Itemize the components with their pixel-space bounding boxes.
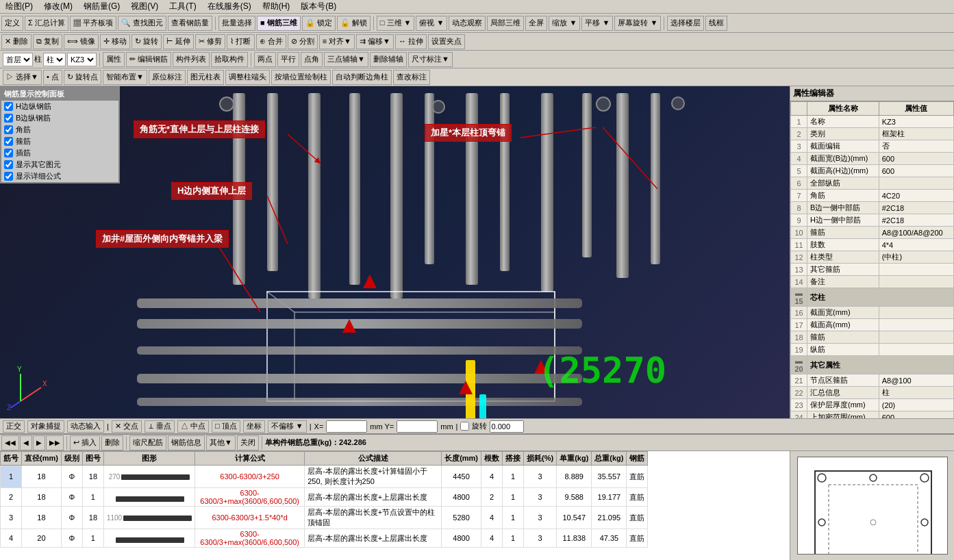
- btn-delete-row[interactable]: 删除: [101, 435, 123, 450]
- cb-stirrup[interactable]: 箍筋: [1, 136, 118, 147]
- btn-sum[interactable]: Σ 汇总计算: [25, 16, 68, 31]
- btn-align[interactable]: ≡ 对齐▼: [319, 34, 355, 49]
- btn-move[interactable]: ✛ 移动: [100, 34, 130, 49]
- btn-align-slab[interactable]: ▦ 平齐板项: [70, 16, 116, 31]
- btn-coord[interactable]: 坐标: [243, 420, 265, 433]
- rotate-checkbox[interactable]: [460, 422, 469, 431]
- btn-define[interactable]: 定义: [1, 16, 23, 31]
- prop-row-value[interactable]: A8@100/A8@200: [879, 227, 953, 239]
- btn-perpendicular[interactable]: ⊥ 垂点: [145, 420, 175, 433]
- prop-row-value[interactable]: #2C18: [879, 202, 953, 214]
- btn-pick[interactable]: 拾取构件: [211, 52, 248, 67]
- btn-point[interactable]: • 点: [43, 70, 62, 85]
- prop-row-value[interactable]: (20): [879, 399, 953, 411]
- btn-trim[interactable]: ✂ 修剪: [195, 34, 225, 49]
- prop-row-value[interactable]: #2C18: [879, 214, 953, 227]
- btn-edit-rebar[interactable]: ✏ 编辑钢筋: [126, 52, 171, 67]
- btn-delete[interactable]: ✕ 删除: [1, 34, 32, 49]
- btn-vertex[interactable]: □ 顶点: [212, 420, 240, 433]
- btn-draw-by-wall[interactable]: 按墙位置绘制柱: [271, 70, 331, 85]
- btn-lock[interactable]: 🔒 锁定: [302, 16, 336, 31]
- btn-del-aux[interactable]: 删除辅轴: [370, 52, 407, 67]
- prop-row-value[interactable]: (中柱): [879, 251, 953, 264]
- btn-insert-row[interactable]: ↩ 插入: [70, 435, 100, 450]
- btn-nav-first[interactable]: ◀◀: [1, 435, 19, 450]
- prop-row-value[interactable]: A8@100: [879, 374, 953, 387]
- btn-pan[interactable]: 平移 ▼: [581, 16, 613, 31]
- btn-select-tool[interactable]: ▷ 选择▼: [3, 70, 42, 85]
- btn-local3d[interactable]: 局部三维: [487, 16, 524, 31]
- btn-property[interactable]: 属性: [103, 52, 125, 67]
- btn-in-situ[interactable]: 原位标注: [149, 70, 186, 85]
- prop-row-value[interactable]: 4*4: [879, 239, 953, 251]
- rotate-input[interactable]: [490, 420, 524, 433]
- btn-smart-place[interactable]: 智能布置▼: [103, 70, 147, 85]
- btn-copy[interactable]: ⧉ 复制: [33, 34, 62, 49]
- menu-item-draw[interactable]: 绘图(P): [3, 0, 36, 13]
- prop-row-value[interactable]: 600: [879, 411, 953, 419]
- btn-rotate-screen[interactable]: 屏幕旋转 ▼: [614, 16, 661, 31]
- prop-row-value[interactable]: 600: [879, 153, 953, 165]
- btn-dimension[interactable]: 尺寸标注▼: [408, 52, 453, 67]
- btn-nav-prev[interactable]: ◀: [20, 435, 32, 450]
- cb-corner-rebar[interactable]: 角筋: [1, 124, 118, 136]
- btn-auto-corner[interactable]: 自动判断边角柱: [332, 70, 392, 85]
- menu-item-view[interactable]: 视图(V): [128, 0, 161, 13]
- btn-3d[interactable]: □ 三维 ▼: [377, 16, 415, 31]
- menu-item-tools[interactable]: 工具(T): [166, 0, 199, 13]
- btn-snap[interactable]: 对象捕捉: [27, 420, 64, 433]
- type-select[interactable]: 柱: [43, 53, 66, 66]
- btn-three-point[interactable]: 三点辅轴▼: [324, 52, 368, 67]
- prop-row-value[interactable]: 柱: [879, 387, 953, 399]
- btn-dyn-input[interactable]: 动态输入: [67, 420, 104, 433]
- floor-select[interactable]: 首层: [3, 53, 33, 66]
- menu-item-modify[interactable]: 修改(M): [41, 0, 75, 13]
- btn-rotate[interactable]: ↻ 旋转: [131, 34, 162, 49]
- btn-intersection[interactable]: ✕ 交点: [112, 420, 142, 433]
- btn-angle[interactable]: 点角: [301, 52, 323, 67]
- btn-zoom[interactable]: 缩放 ▼: [549, 16, 580, 31]
- btn-two-point[interactable]: 两点: [254, 52, 276, 67]
- prop-row-value[interactable]: [879, 331, 953, 344]
- btn-midpoint[interactable]: △ 中点: [177, 420, 209, 433]
- cb-b-rebar[interactable]: B边纵钢筋: [1, 112, 118, 124]
- prop-row-value[interactable]: 框架柱: [879, 128, 953, 140]
- btn-find[interactable]: 🔍 查找图元: [118, 16, 166, 31]
- btn-component-list[interactable]: 构件列表: [173, 52, 210, 67]
- btn-no-offset[interactable]: 不偏移 ▼: [268, 420, 307, 433]
- cb-insert-rebar[interactable]: 插筋: [1, 147, 118, 159]
- prop-row-value[interactable]: 600: [879, 165, 953, 177]
- btn-select-floor[interactable]: 选择楼层: [667, 16, 704, 31]
- prop-row-value[interactable]: KZ3: [879, 116, 953, 128]
- cb-show-formula[interactable]: 显示详细公式: [1, 170, 118, 182]
- btn-stretch[interactable]: ↔ 拉伸: [395, 34, 427, 49]
- btn-ortho[interactable]: 正交: [3, 420, 25, 433]
- btn-merge[interactable]: ⊕ 合并: [256, 34, 286, 49]
- btn-rebar-info[interactable]: 钢筋信息: [168, 435, 205, 450]
- btn-mirror[interactable]: ⟺ 镜像: [64, 34, 99, 49]
- table-row[interactable]: 1 18 Φ 18 270 6300-6300/3+250 层高-本层的露出长度…: [1, 466, 648, 488]
- btn-wireframe[interactable]: 线框: [705, 16, 727, 31]
- cb-h-rebar[interactable]: H边纵钢筋: [1, 101, 118, 112]
- btn-fullscreen[interactable]: 全屏: [525, 16, 547, 31]
- table-row[interactable]: 3 18 Φ 18 1100 6300-6300/3+1.5*40*d 层高-本…: [1, 507, 648, 529]
- btn-check-annot[interactable]: 查改标注: [393, 70, 430, 85]
- btn-break[interactable]: ⌇ 打断: [227, 34, 254, 49]
- btn-other[interactable]: 其他▼: [206, 435, 236, 450]
- btn-offset[interactable]: ⇉ 偏移▼: [356, 34, 394, 49]
- btn-rotate-pt[interactable]: ↻ 旋转点: [64, 70, 101, 85]
- btn-scale-rebar[interactable]: 缩尺配筋: [129, 435, 166, 450]
- btn-dynamic[interactable]: 动态观察: [449, 16, 486, 31]
- table-row[interactable]: 2 18 Φ 1 6300-6300/3+max(3600/6,600,500)…: [1, 488, 648, 507]
- btn-view-rebar[interactable]: 查看钢筋量: [168, 16, 212, 31]
- menu-item-help[interactable]: 帮助(H): [260, 0, 293, 13]
- menu-item-online[interactable]: 在线服务(S): [205, 0, 254, 13]
- prop-row-value[interactable]: [879, 276, 953, 288]
- prop-row-value[interactable]: 否: [879, 140, 953, 153]
- menu-item-version[interactable]: 版本号(B): [298, 0, 339, 13]
- table-row[interactable]: 4 20 Φ 1 6300-6300/3+max(3600/6,600,500)…: [1, 529, 648, 548]
- cb-show-other[interactable]: 显示其它图元: [1, 159, 118, 170]
- btn-close[interactable]: 关闭: [237, 435, 259, 450]
- btn-parallel[interactable]: 平行: [277, 52, 299, 67]
- prop-row-value[interactable]: [879, 319, 953, 331]
